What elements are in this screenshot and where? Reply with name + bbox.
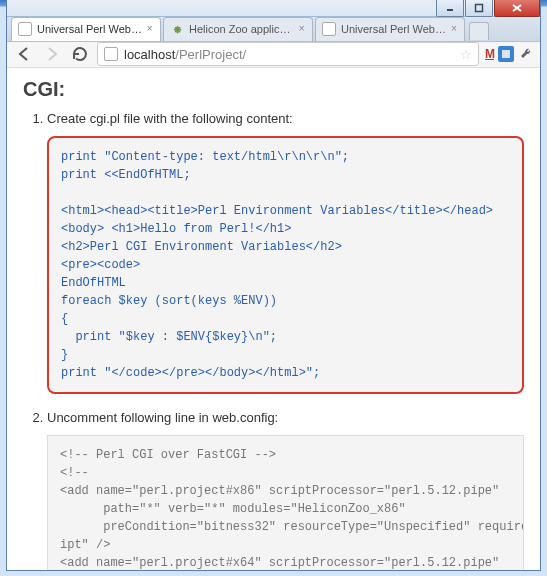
tab-strip: Universal Perl Web Appli × ⎈ Helicon Zoo… [7,17,540,42]
step-1: Create cgi.pl file with the following co… [47,111,524,394]
tab-close-button[interactable]: × [450,24,458,34]
url-host: localhost [124,47,175,62]
tab-1[interactable]: Universal Perl Web Appli × [11,17,161,41]
back-button[interactable] [13,43,35,65]
svg-rect-4 [502,50,510,58]
tab-close-button[interactable]: × [145,24,154,34]
window-close-button[interactable] [494,0,540,17]
zoo-icon: ⎈ [170,22,184,36]
arrow-left-icon [15,45,33,63]
tab-label: Universal Perl Web Appli [37,23,142,35]
wrench-icon [518,46,534,62]
window-minimize-button[interactable] [436,0,464,17]
maximize-icon [474,3,484,13]
bookmark-star-icon[interactable]: ☆ [460,47,472,62]
wrench-menu-button[interactable] [518,46,534,62]
page-content[interactable]: CGI: Create cgi.pl file with the followi… [7,68,540,570]
url-path: /PerlProject/ [175,47,246,62]
tab-close-button[interactable]: × [297,24,306,34]
browser-window: Universal Perl Web Appli × ⎈ Helicon Zoo… [6,0,541,571]
step-1-text: Create cgi.pl file with the following co… [47,111,293,126]
tab-2[interactable]: ⎈ Helicon Zoo application s × [163,17,313,41]
new-tab-button[interactable] [469,22,489,40]
steps-list: Create cgi.pl file with the following co… [23,111,524,570]
tab-3[interactable]: Universal Perl Web Applic × [315,17,465,41]
address-bar[interactable]: localhost/PerlProject/ ☆ [97,42,479,66]
svg-rect-1 [476,4,483,11]
reload-button[interactable] [69,43,91,65]
extension-glyph-icon [501,49,511,59]
arrow-right-icon [43,45,61,63]
forward-button[interactable] [41,43,63,65]
toolbar: localhost/PerlProject/ ☆ M [7,42,540,68]
page-icon [322,22,336,36]
minimize-icon [445,3,455,13]
step-2-text: Uncomment following line in web.config: [47,410,278,425]
window-titlebar[interactable] [7,0,540,17]
reload-icon [71,45,89,63]
gmail-extension-icon[interactable]: M [485,47,494,61]
close-icon [511,3,523,13]
code-block-1: print "Content-type: text/html\r\n\r\n";… [47,136,524,394]
window-maximize-button[interactable] [465,0,493,17]
page-icon [18,22,32,36]
code-block-2: <!-- Perl CGI over FastCGI --> <!-- <add… [47,435,524,570]
tab-label: Universal Perl Web Applic [341,23,447,35]
step-2: Uncomment following line in web.config: … [47,410,524,570]
page-icon [104,47,118,61]
extension-icon[interactable] [498,46,514,62]
tab-label: Helicon Zoo application s [189,23,294,35]
page-title: CGI: [23,78,524,101]
